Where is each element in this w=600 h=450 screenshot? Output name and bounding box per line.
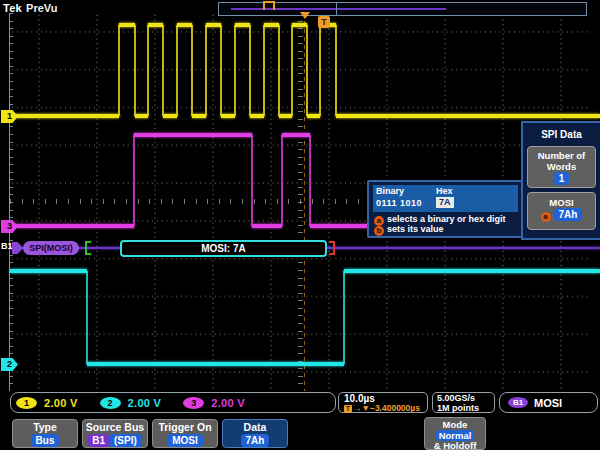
trigger-position-arrow-icon[interactable] [300, 12, 310, 19]
bus-name-badge[interactable]: SPI(MOSI) [23, 241, 79, 255]
channel1-badge: 1 [16, 397, 37, 409]
menu-type-value: Bus [31, 434, 60, 447]
mosi-button-value: 7Ah [554, 208, 583, 221]
menu-trigger-on-label: Trigger On [158, 421, 211, 433]
horizontal-readout: 10.0µs T→▼−3.400000µs [338, 392, 428, 413]
menu-trigger-on-button[interactable]: Trigger On MOSI [152, 419, 218, 448]
ch2-cs-segment [343, 271, 345, 364]
binary-value: 0111 1010 [376, 198, 422, 208]
ch1-sclk-segment [249, 25, 251, 116]
menu-data-button[interactable]: Data 7Ah [222, 419, 288, 448]
ch1-sclk-segment [263, 25, 265, 116]
ch1-sclk-segment [191, 25, 193, 116]
ch3-mosi-segment [252, 224, 282, 228]
menu-source-bus-tag: B1 [88, 434, 109, 447]
menu-source-bus-label: Source Bus [86, 421, 144, 433]
brand-logo: Tek [3, 2, 22, 14]
ch1-sclk-segment [292, 23, 307, 27]
hint-b-text: sets its value [387, 224, 444, 234]
ch1-sclk-segment [220, 25, 222, 116]
number-of-words-label2: Words [547, 161, 576, 172]
channel1-scale: 2.00 V [44, 397, 78, 409]
packet-start-bracket [85, 241, 91, 255]
ch3-mosi-segment [251, 135, 253, 226]
ch3-mosi-segment [281, 135, 283, 226]
ch2-cs-segment [86, 271, 88, 364]
ch3-mosi-segment [134, 133, 252, 137]
menu-source-bus-button[interactable]: Source Bus B1(SPI) [82, 419, 148, 448]
ch3-mosi-segment [10, 224, 134, 228]
ch1-sclk-segment [177, 23, 192, 27]
ch1-sclk-segment [319, 25, 321, 116]
channel-scale-readouts: 1 2.00 V 2 2.00 V 3 2.00 V [10, 392, 336, 413]
ch1-sclk-segment [291, 25, 293, 116]
time-per-division: 10.0µs [344, 394, 427, 403]
ch1-sclk-segment [250, 114, 264, 118]
menu-source-bus-value: (SPI) [109, 434, 142, 447]
mosi-data-button[interactable]: MOSI a7Ah [527, 192, 596, 230]
menu-data-value: 7Ah [241, 434, 270, 447]
binary-label: Binary [376, 186, 404, 196]
expansion-window-marker [263, 1, 275, 10]
ch1-sclk-segment [147, 25, 149, 116]
packet-end-bracket [329, 241, 335, 255]
hint-a-text: selects a binary or hex digit [387, 214, 506, 224]
ch1-sclk-segment [192, 114, 206, 118]
menu-data-label: Data [244, 421, 267, 433]
knob-a-icon: a [541, 212, 551, 222]
acquisition-readout: 5.00GS/s 1M points [432, 392, 495, 413]
ch3-mosi-segment [309, 135, 311, 226]
number-of-words-button[interactable]: Number of Words 1 [527, 146, 596, 188]
ch2-cs-segment [10, 269, 87, 273]
bus-b1-badge: B1 [508, 397, 528, 408]
brand-status: TekPreVu [3, 2, 57, 14]
ch3-mosi-segment [133, 135, 135, 226]
menu-mode-button[interactable]: Mode Normal & Holdoff [424, 417, 486, 450]
ch1-sclk-segment [234, 25, 236, 116]
channel2-scale: 2.00 V [128, 397, 162, 409]
trigger-point-icon: T [318, 16, 330, 28]
channel2-readout[interactable]: 2 2.00 V [100, 397, 162, 409]
record-view-bar [218, 2, 587, 16]
menu-mode-suffix: & Holdoff [434, 440, 477, 450]
channel2-badge: 2 [100, 397, 121, 409]
trigger-position-value: →▼−3.400000µs [353, 403, 420, 413]
trigger-position-readout: T→▼−3.400000µs [344, 403, 427, 413]
panel-title: SPI Data [523, 129, 600, 140]
ch1-sclk-segment [162, 25, 164, 116]
trigger-source-name: MOSI [534, 397, 562, 409]
record-length: 1M points [437, 404, 494, 414]
oscilloscope-screen: TekPreVu 1 3 2 B1 SPI(MOSI) MOSI: 7A T B… [0, 0, 600, 450]
acquisition-status: PreVu [26, 2, 57, 14]
bus-tag-label: B1 [1, 241, 13, 251]
trigger-source-readout: B1 MOSI [499, 392, 598, 413]
ch1-sclk-segment [118, 25, 120, 116]
ch1-sclk-segment [206, 23, 221, 27]
ch1-sclk-segment [134, 25, 136, 116]
mosi-button-label: MOSI [549, 197, 573, 208]
bus-decode-value: MOSI: 7A [120, 240, 327, 257]
menu-type-button[interactable]: Type Bus [12, 419, 78, 448]
hint-b: bsets its value [374, 224, 444, 236]
trigger-t-icon: T [344, 405, 352, 413]
menu-type-label: Type [33, 421, 57, 433]
spi-data-panel: SPI Data Number of Words 1 MOSI a7Ah [521, 121, 600, 240]
record-divider [336, 3, 337, 15]
ch2-cs-segment [344, 269, 600, 273]
ch3-mosi-segment [282, 133, 310, 137]
ch1-sclk-segment [10, 114, 119, 118]
channel1-readout[interactable]: 1 2.00 V [16, 397, 78, 409]
ch1-sclk-segment [176, 25, 178, 116]
number-of-words-value: 1 [554, 172, 570, 185]
hex-value[interactable]: 7A [436, 197, 454, 208]
ch1-sclk-segment [264, 23, 279, 27]
channel3-scale: 2.00 V [211, 397, 245, 409]
knob-b-icon: b [374, 226, 384, 236]
ch1-sclk-segment [221, 114, 235, 118]
channel3-readout[interactable]: 3 2.00 V [183, 397, 245, 409]
ch1-sclk-segment [235, 23, 250, 27]
menu-trigger-on-value: MOSI [167, 434, 203, 447]
ch1-sclk-segment [306, 25, 308, 116]
ch2-cs-segment [87, 362, 344, 366]
ch1-sclk-segment [278, 25, 280, 116]
